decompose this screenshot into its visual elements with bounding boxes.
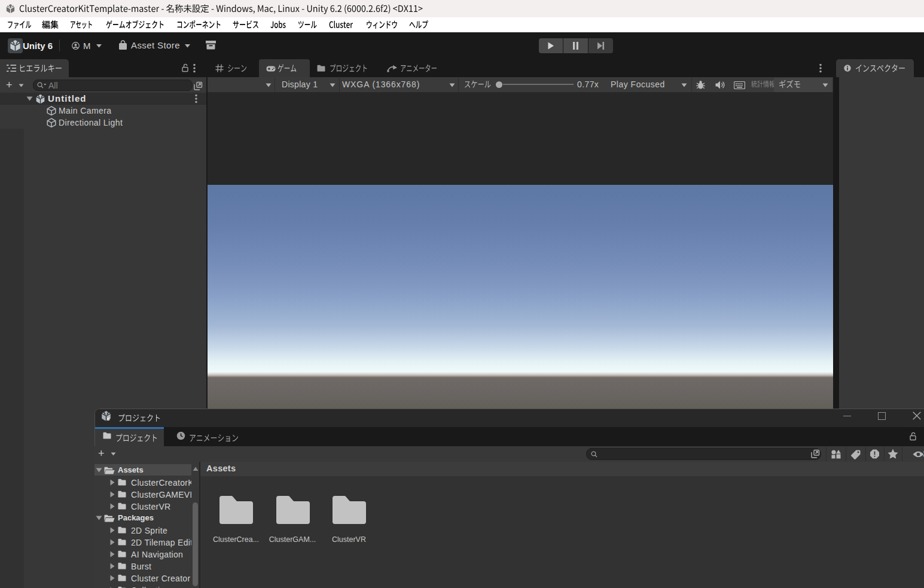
- svg-text:6: 6: [107, 416, 110, 422]
